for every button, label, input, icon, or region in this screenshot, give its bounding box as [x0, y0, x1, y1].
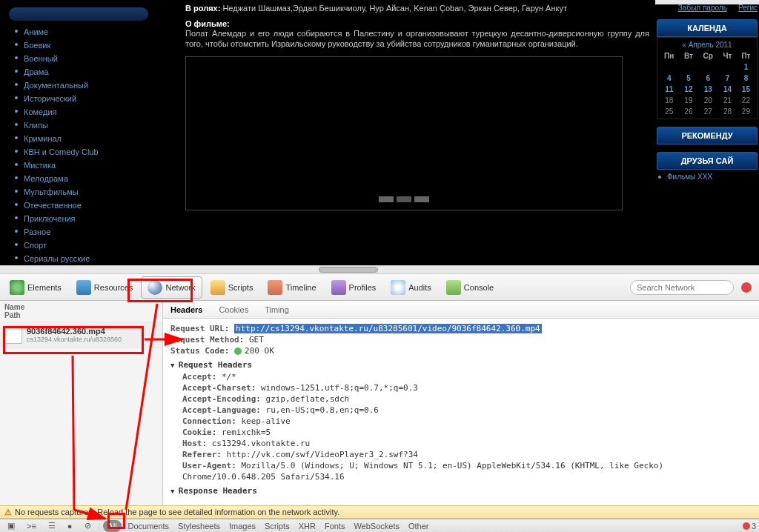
warning-icon: ⚠ — [4, 508, 12, 517]
friends-header: ДРУЗЬЯ САЙ — [657, 152, 758, 170]
sidebar-item[interactable]: Комедия — [13, 105, 156, 119]
sidebar-item[interactable]: Разное — [13, 225, 156, 239]
devtools-tab-resources[interactable]: Resources — [70, 276, 140, 299]
devtools-tab-console[interactable]: Console — [440, 276, 500, 299]
sidebar-item[interactable]: Приключения — [13, 212, 156, 225]
sidebar-item[interactable]: Аниме — [13, 25, 156, 39]
filter-xhr[interactable]: XHR — [294, 520, 320, 532]
devtools-tab-profiles[interactable]: Profiles — [325, 276, 383, 299]
sidebar-item[interactable]: Сериалы русские — [13, 252, 156, 265]
sidebar-item[interactable]: Криминал — [13, 132, 156, 145]
sidebar-item[interactable]: Военный — [13, 52, 156, 65]
sidebar-item[interactable]: Мелодрама — [13, 172, 156, 185]
devtools-tab-elements[interactable]: Elements — [3, 276, 68, 299]
list-view-button[interactable]: ☰ — [44, 519, 60, 532]
devtools-tab-scripts[interactable]: Scripts — [204, 276, 260, 299]
forgot-password-link[interactable]: Забыл пароль — [678, 4, 727, 12]
devtools-tab-audits[interactable]: Audits — [384, 276, 438, 299]
roles-text: Неджати Шашмаз,Эрдал Бешикчиолу, Нур Айс… — [222, 4, 567, 13]
video-player[interactable] — [185, 56, 623, 210]
filter-all[interactable]: All — [103, 520, 121, 532]
sidebar-item[interactable]: Отечественное — [13, 199, 156, 212]
sidebar-item[interactable]: Документальный — [13, 79, 156, 92]
sidebar-item[interactable]: Мультфильмы — [13, 185, 156, 199]
devtools-tab-timeline[interactable]: Timeline — [261, 276, 322, 299]
sidebar-item[interactable]: КВН и Comedy Club — [13, 145, 156, 159]
page-content: АнимеБоевикВоенныйДрамаДокументальныйИст… — [0, 0, 759, 265]
sidebar-item[interactable]: Мистика — [13, 159, 156, 172]
request-list-panel: NamePath 9036f84642.360.mp4 cs13294.vkon… — [0, 301, 163, 505]
sidebar-item[interactable]: Исторический — [13, 92, 156, 105]
headers-panel: Request URL: http://cs13294.vkontakte.ru… — [163, 319, 759, 505]
network-request-item[interactable]: 9036f84642.360.mp4 cs13294.vkontakte.ru/… — [0, 322, 162, 348]
filter-scripts[interactable]: Scripts — [260, 520, 294, 532]
clear-button[interactable]: ⊘ — [80, 519, 96, 532]
sidebar-item[interactable]: Спорт — [13, 239, 156, 252]
filter-other[interactable]: Other — [404, 520, 434, 532]
movie-content: В ролях: Неджати Шашмаз,Эрдал Бешикчиолу… — [156, 0, 655, 265]
subtab-timing[interactable]: Timing — [262, 304, 292, 316]
warning-bar: ⚠No requests captured. Reload the page t… — [0, 505, 759, 519]
register-link[interactable]: Регис — [738, 4, 758, 12]
calendar-nav[interactable]: « Апрель 2011 — [659, 39, 755, 50]
about-label: О фильме: — [185, 19, 649, 28]
sidebar-item[interactable]: Клипы — [13, 119, 156, 132]
search-network-input[interactable] — [630, 280, 734, 295]
devtools-toolbar: ElementsResourcesNetworkScriptsTimelineP… — [0, 274, 759, 301]
request-name: 9036f84642.360.mp4 — [27, 327, 122, 336]
right-column: Забыл пароль | Регис КАЛЕНДА « Апрель 20… — [655, 0, 759, 265]
close-devtools-button[interactable] — [741, 282, 752, 293]
detail-tabs: HeadersCookiesTiming — [163, 301, 759, 319]
subtab-headers[interactable]: Headers — [168, 304, 205, 316]
calendar-table: ПнВтСрЧтПт 14567811121314151819202122252… — [659, 50, 755, 117]
filter-fonts[interactable]: Fonts — [320, 520, 350, 532]
console-button[interactable]: >≡ — [22, 520, 41, 532]
error-icon[interactable] — [743, 522, 750, 530]
request-url[interactable]: http://cs13294.vkontakte.ru/u83285601/vi… — [234, 324, 542, 333]
request-path: cs13294.vkontakte.ru/u8328560 — [27, 336, 122, 343]
sidebar-item[interactable]: Боевик — [13, 39, 156, 52]
category-sidebar: АнимеБоевикВоенныйДрамаДокументальныйИст… — [0, 0, 156, 265]
filter-stylesheets[interactable]: Stylesheets — [173, 520, 225, 532]
file-icon — [4, 326, 22, 344]
filter-documents[interactable]: Documents — [123, 520, 173, 532]
friends-link[interactable]: Фильмы XXX — [657, 170, 758, 184]
devtools-footer: ▣ >≡ ☰ ● ⊘ | All|DocumentsStylesheetsIma… — [0, 519, 759, 532]
recommend-header: РЕКОМЕНДУ — [657, 127, 758, 144]
filter-images[interactable]: Images — [225, 520, 260, 532]
record-button[interactable]: ● — [63, 520, 77, 532]
horizontal-scrollbar[interactable] — [0, 265, 759, 274]
about-text: Полат Алемдар и его люди собираются в Па… — [185, 28, 649, 49]
filter-websockets[interactable]: WebSockets — [349, 520, 404, 532]
devtools-tab-network[interactable]: Network — [141, 276, 202, 299]
subtab-cookies[interactable]: Cookies — [216, 304, 251, 316]
dock-button[interactable]: ▣ — [3, 519, 19, 532]
devtools-panel: ElementsResourcesNetworkScriptsTimelineP… — [0, 274, 759, 505]
roles-label: В ролях: — [185, 4, 220, 13]
calendar-header: КАЛЕНДА — [657, 19, 758, 37]
sidebar-item[interactable]: Драма — [13, 65, 156, 79]
